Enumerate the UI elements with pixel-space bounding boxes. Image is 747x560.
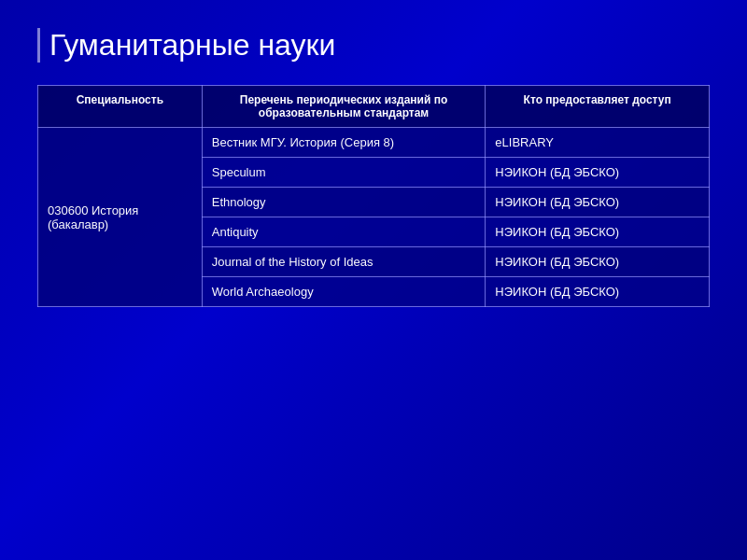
cell-provider-3: НЭИКОН (БД ЭБСКО)	[486, 217, 710, 247]
cell-provider-1: НЭИКОН (БД ЭБСКО)	[486, 158, 710, 188]
header-provider: Кто предоставляет доступ	[486, 86, 710, 128]
cell-provider-2: НЭИКОН (БД ЭБСКО)	[486, 188, 710, 217]
cell-specialty: 030600 История (бакалавр)	[38, 128, 203, 307]
header-periodicals: Перечень периодических изданий по образо…	[202, 86, 486, 128]
page: Гуманитарные науки Специальность Перечен…	[0, 0, 747, 560]
table-container: Специальность Перечень периодических изд…	[37, 85, 710, 532]
main-table: Специальность Перечень периодических изд…	[37, 85, 710, 307]
cell-provider-4: НЭИКОН (БД ЭБСКО)	[486, 247, 710, 277]
cell-journal-0: Вестник МГУ. История (Серия 8)	[202, 128, 486, 158]
cell-journal-4: Journal of the History of Ideas	[202, 247, 486, 277]
cell-provider-5: НЭИКОН (БД ЭБСКО)	[486, 277, 710, 307]
cell-provider-0: eLIBRARY	[486, 128, 710, 158]
header-specialty: Специальность	[38, 86, 203, 128]
table-header-row: Специальность Перечень периодических изд…	[38, 86, 710, 128]
cell-journal-2: Ethnology	[202, 188, 486, 217]
page-title: Гуманитарные науки	[37, 28, 710, 63]
cell-journal-3: Antiquity	[202, 217, 486, 247]
cell-journal-5: World Archaeology	[202, 277, 486, 307]
table-row: 030600 История (бакалавр) Вестник МГУ. И…	[38, 128, 710, 158]
cell-journal-1: Speculum	[202, 158, 486, 188]
